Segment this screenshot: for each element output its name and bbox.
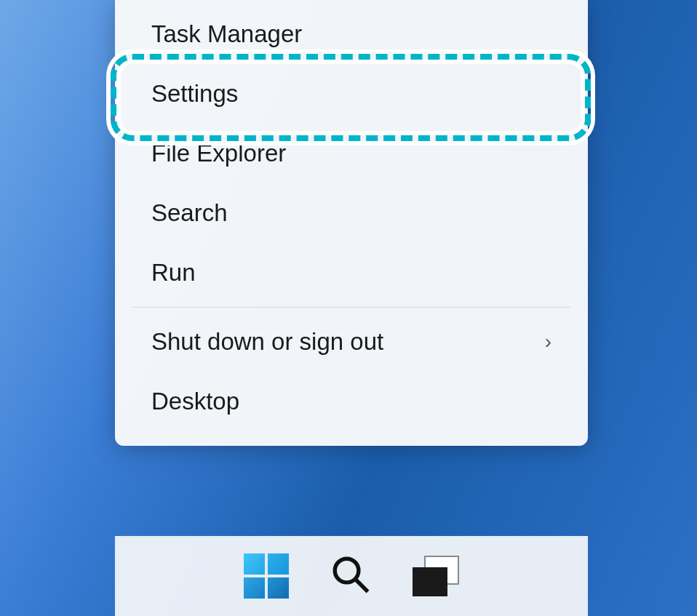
search-icon[interactable]: [330, 553, 372, 599]
menu-item-desktop[interactable]: Desktop: [115, 372, 588, 431]
menu-item-label: Desktop: [151, 388, 239, 415]
start-context-menu: Task Manager Settings File Explorer Sear…: [115, 0, 588, 446]
menu-item-label: Search: [151, 199, 228, 227]
svg-line-1: [356, 580, 367, 591]
menu-item-shutdown[interactable]: Shut down or sign out ›: [115, 312, 588, 372]
menu-item-label: Task Manager: [151, 20, 302, 48]
menu-divider: [132, 307, 570, 308]
taskview-icon[interactable]: [413, 556, 459, 596]
menu-item-search[interactable]: Search: [115, 183, 588, 243]
start-icon[interactable]: [244, 553, 289, 599]
chevron-right-icon: ›: [545, 330, 551, 353]
svg-point-0: [335, 559, 359, 583]
menu-item-label: File Explorer: [151, 140, 286, 167]
menu-item-label: Settings: [151, 80, 238, 108]
menu-item-run[interactable]: Run: [115, 243, 588, 303]
menu-item-task-manager[interactable]: Task Manager: [115, 4, 588, 64]
taskbar: [115, 536, 588, 616]
menu-item-label: Shut down or sign out: [151, 328, 383, 356]
menu-item-file-explorer[interactable]: File Explorer: [115, 124, 588, 183]
menu-item-label: Run: [151, 259, 196, 287]
menu-item-settings[interactable]: Settings: [115, 64, 588, 124]
